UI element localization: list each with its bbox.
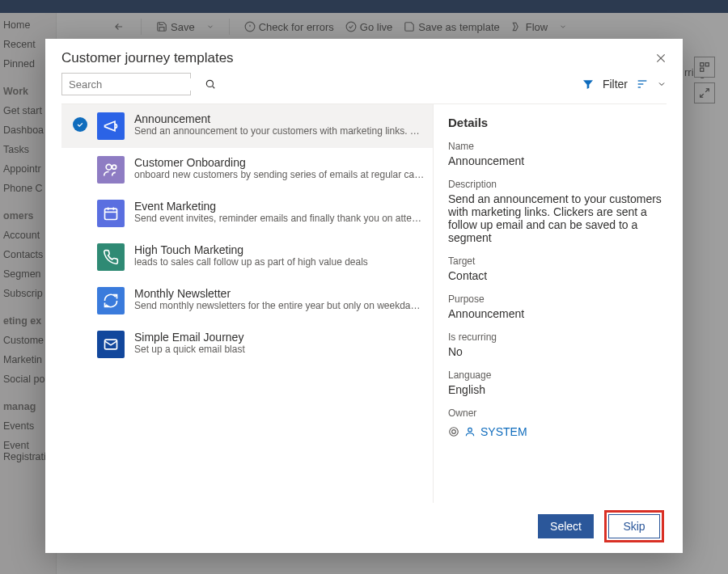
- template-item[interactable]: Simple Email JourneySet up a quick email…: [61, 323, 433, 366]
- sort-icon[interactable]: [636, 78, 649, 91]
- target-icon: [448, 426, 459, 437]
- detail-purpose: Announcement: [448, 307, 663, 320]
- select-button[interactable]: Select: [538, 514, 594, 538]
- details-panel: Details Name Announcement Description Se…: [434, 104, 667, 503]
- search-input[interactable]: [61, 73, 191, 95]
- svg-point-24: [452, 430, 456, 434]
- details-heading: Details: [448, 116, 663, 129]
- filter-icon[interactable]: [582, 78, 595, 91]
- selection-indicator-icon: [73, 117, 87, 132]
- template-description: Send event invites, reminder emails and …: [134, 213, 425, 224]
- template-item[interactable]: Customer Onboardingonboard new customers…: [61, 148, 433, 192]
- onboard-icon: [97, 156, 125, 184]
- calendar-icon: [97, 200, 125, 227]
- detail-purpose-label: Purpose: [448, 293, 663, 305]
- template-title: Announcement: [134, 112, 425, 125]
- detail-recurring: No: [448, 345, 663, 358]
- template-description: Send monthly newsletters for the entire …: [134, 300, 425, 311]
- template-description: onboard new customers by sending series …: [134, 169, 425, 180]
- detail-target-label: Target: [448, 255, 663, 267]
- detail-description: Send an announcement to your customers w…: [448, 192, 663, 244]
- chevron-down-icon[interactable]: [657, 79, 667, 89]
- template-item[interactable]: High Touch Marketingleads to sales call …: [61, 235, 433, 279]
- template-list[interactable]: AnnouncementSend an announcement to your…: [61, 104, 434, 503]
- search-icon[interactable]: [205, 78, 216, 90]
- template-description: Set up a quick email blast: [134, 344, 425, 355]
- svg-point-16: [106, 164, 112, 170]
- template-description: Send an announcement to your customers w…: [134, 125, 425, 137]
- selection-indicator-icon: [73, 248, 87, 263]
- refresh-icon: [97, 287, 125, 314]
- template-title: Monthly Newsletter: [134, 287, 425, 300]
- detail-name-label: Name: [448, 141, 663, 152]
- detail-name: Announcement: [448, 154, 663, 167]
- phone-icon: [97, 243, 125, 271]
- selection-indicator-icon: [73, 205, 87, 219]
- selection-indicator-icon: [73, 336, 87, 350]
- svg-point-25: [468, 428, 472, 432]
- search-field[interactable]: [69, 78, 205, 91]
- dialog-title: Customer journey templates: [61, 50, 234, 66]
- detail-description-label: Description: [448, 179, 663, 190]
- template-description: leads to sales call follow up as part of…: [134, 256, 425, 268]
- skip-button[interactable]: Skip: [608, 514, 660, 538]
- svg-point-23: [450, 428, 459, 437]
- template-item[interactable]: Event MarketingSend event invites, remin…: [61, 192, 433, 235]
- mail-icon: [97, 331, 125, 358]
- close-icon[interactable]: [655, 53, 667, 64]
- template-title: Event Marketing: [134, 200, 425, 213]
- person-icon: [464, 426, 476, 437]
- templates-dialog: Customer journey templates Filter Announ: [45, 39, 683, 553]
- svg-line-12: [213, 87, 215, 89]
- megaphone-icon: [97, 112, 125, 140]
- detail-language-label: Language: [448, 369, 663, 381]
- detail-owner-label: Owner: [448, 407, 663, 419]
- template-title: Simple Email Journey: [134, 331, 425, 344]
- svg-rect-18: [105, 209, 117, 219]
- template-item[interactable]: AnnouncementSend an announcement to your…: [61, 104, 433, 148]
- selection-indicator-icon: [73, 292, 87, 306]
- selection-indicator-icon: [73, 161, 87, 175]
- template-item[interactable]: Monthly NewsletterSend monthly newslette…: [61, 279, 433, 323]
- svg-point-17: [112, 165, 116, 169]
- detail-target: Contact: [448, 269, 663, 282]
- template-title: Customer Onboarding: [134, 156, 425, 169]
- detail-recurring-label: Is recurring: [448, 331, 663, 343]
- template-title: High Touch Marketing: [134, 243, 425, 256]
- filter-button[interactable]: Filter: [603, 78, 628, 91]
- detail-language: English: [448, 383, 663, 396]
- detail-owner[interactable]: SYSTEM: [480, 425, 527, 438]
- svg-point-11: [206, 80, 213, 87]
